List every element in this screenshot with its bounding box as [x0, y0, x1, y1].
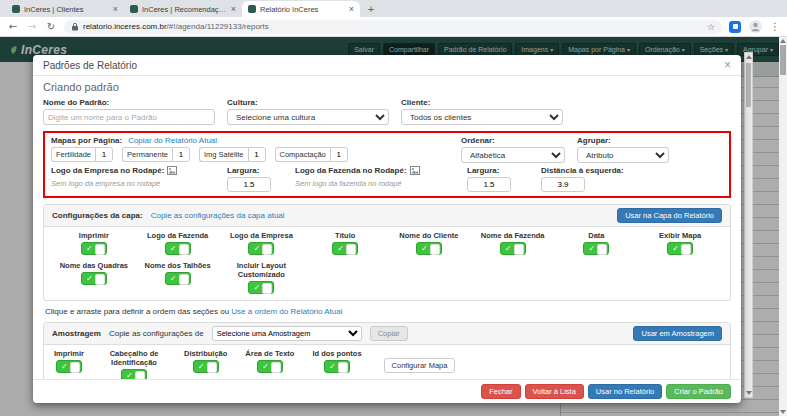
toggle-data[interactable] — [583, 242, 609, 255]
img-satelite-field: Img Satélite — [199, 147, 266, 162]
cultura-select[interactable]: Selecione uma cultura — [227, 109, 389, 125]
fechar-button[interactable]: Fechar — [481, 384, 520, 399]
toggle-label: Título — [335, 231, 355, 240]
toggle-label: Distribuição — [184, 349, 227, 358]
tab-inceres-clientes[interactable]: InCeres | Clientes — [6, 1, 124, 17]
fertilidade-input[interactable] — [95, 147, 113, 162]
toggle-incluir-layout-customizado[interactable] — [248, 281, 274, 294]
toggle-imprimir[interactable] — [81, 242, 107, 255]
scroll-down-icon[interactable] — [780, 410, 786, 414]
nome-padrao-input[interactable] — [43, 109, 215, 125]
agrupar-select[interactable]: Atributo — [577, 147, 669, 163]
copiar-button[interactable]: Copiar — [370, 326, 408, 341]
permanente-field: Permanente — [122, 147, 190, 162]
address-bar[interactable]: relatorio.inceres.com.br/#!/agenda/11229… — [64, 20, 722, 34]
extension-icon[interactable] — [729, 21, 741, 33]
toggle-label: Logo da Fazenda — [147, 231, 208, 240]
toggle-label: Data — [588, 231, 604, 240]
modal-footer: Fechar Voltar à Lista Usar no Relatório … — [33, 379, 741, 403]
toggle-id-dos-pontos[interactable] — [324, 360, 350, 373]
image-icon[interactable] — [410, 166, 420, 175]
distancia-esquerda-label: Distância à esquerda: — [541, 166, 631, 175]
scroll-up-icon[interactable] — [746, 55, 752, 59]
tab-relatorio-inceres[interactable]: Relatório InCeres — [242, 1, 360, 17]
usar-ordem-relatorio-link[interactable]: Use a ordem do Relatório Atual — [231, 307, 342, 316]
usar-capa-relatorio-button[interactable]: Usar na Capa do Relatório — [617, 208, 722, 223]
toggle-label: Imprimir — [79, 231, 109, 240]
scroll-down-icon[interactable] — [746, 391, 752, 395]
new-tab-button[interactable] — [364, 2, 378, 16]
padroes-relatorio-modal: Padrões de Relatório Criando padrão Nome… — [33, 55, 741, 403]
largura-fazenda-input[interactable] — [467, 177, 511, 192]
toggle-nome-do-cliente[interactable] — [416, 242, 442, 255]
scrollbar-track[interactable] — [779, 45, 787, 408]
scroll-up-icon[interactable] — [780, 39, 786, 43]
amostragem-panel: Amostragem Copie as configurações de Sel… — [43, 322, 731, 379]
amostragem-select[interactable]: Selecione uma Amostragem — [212, 326, 362, 341]
toggle-logo-da-fazenda[interactable] — [165, 242, 191, 255]
ordenar-select[interactable]: Alfabética — [461, 147, 565, 163]
forward-icon[interactable] — [26, 21, 38, 33]
pattern-form: Nome do Padrão: Cultura: Selecione uma c… — [43, 98, 731, 125]
ordenar-label: Ordenar: — [461, 136, 565, 145]
lock-icon[interactable] — [71, 22, 79, 31]
toggle-label: Id dos pontos — [312, 349, 361, 358]
cultura-label: Cultura: — [227, 98, 389, 107]
largura-empresa-input[interactable] — [227, 177, 271, 192]
toggle-cabecalho-identificacao[interactable] — [121, 369, 147, 379]
criar-o-padrao-button[interactable]: Criar o Padrão — [666, 384, 731, 399]
bookmark-star-icon[interactable] — [707, 22, 715, 32]
compactacao-input[interactable] — [330, 147, 348, 162]
toggle-label: Imprimir — [54, 349, 84, 358]
nome-padrao-label: Nome do Padrão: — [43, 98, 215, 107]
compactacao-label: Compactação — [275, 147, 330, 162]
back-icon[interactable] — [7, 21, 19, 33]
toggle-distribuicao[interactable] — [193, 360, 219, 373]
sections-order-hint: Clique e arraste para definir a ordem da… — [45, 307, 729, 316]
profile-avatar-icon[interactable] — [749, 20, 762, 33]
toggle-label: Exibir Mapa — [659, 231, 701, 240]
close-icon[interactable] — [724, 59, 731, 71]
permanente-input[interactable] — [172, 147, 190, 162]
close-tab-icon[interactable] — [231, 5, 236, 14]
toggle-titulo[interactable] — [332, 242, 358, 255]
toolbar-actions — [729, 20, 780, 33]
configurar-mapa-button[interactable]: Configurar Mapa — [384, 358, 456, 373]
toggle-nome-da-fazenda[interactable] — [500, 242, 526, 255]
scrollbar-thumb[interactable] — [780, 45, 786, 75]
toggle-label: Cabeçalho de Identificação — [102, 349, 166, 367]
close-tab-icon[interactable] — [349, 5, 354, 14]
toggle-exibir-mapa[interactable] — [667, 242, 693, 255]
toggle-amostragem-imprimir[interactable] — [56, 360, 82, 373]
inner-scrollbar[interactable] — [744, 52, 753, 398]
browser-scrollbar[interactable] — [779, 37, 787, 416]
toggle-logo-da-empresa[interactable] — [248, 242, 274, 255]
scrollbar-track[interactable] — [745, 61, 752, 389]
refresh-icon[interactable] — [45, 21, 57, 33]
inceres-favicon — [130, 5, 138, 13]
cliente-select[interactable]: Todos os clientes — [401, 109, 563, 125]
usar-em-amostragem-button[interactable]: Usar em Amostragem — [633, 326, 722, 341]
img-satelite-input[interactable] — [248, 147, 266, 162]
logo-fazenda-placeholder: Sem logo da fazenda no rodapé — [295, 177, 453, 188]
fertilidade-label: Fertilidade — [51, 147, 95, 162]
toggle-label: Nome da Fazenda — [481, 231, 545, 240]
toggle-label: Nome do Cliente — [399, 231, 458, 240]
toggle-nome-dos-talhoes[interactable] — [165, 272, 191, 285]
tab-inceres-recomendacao[interactable]: InCeres | Recomendação — [124, 1, 242, 17]
scrollbar-thumb[interactable] — [746, 63, 751, 107]
copiar-capa-atual-link[interactable]: Copie as configurações da capa atual — [151, 211, 285, 220]
usar-no-relatorio-button[interactable]: Usar no Relatório — [588, 384, 662, 399]
logo-empresa-rodape-label: Logo da Empresa no Rodapé: — [51, 166, 219, 175]
url-text: relatorio.inceres.com.br/#!/agenda/11229… — [83, 22, 269, 31]
voltar-a-lista-button[interactable]: Voltar à Lista — [525, 384, 584, 399]
close-tab-icon[interactable] — [113, 5, 118, 14]
image-icon[interactable] — [167, 166, 177, 175]
browser-menu-icon[interactable] — [770, 21, 780, 32]
cliente-label: Cliente: — [401, 98, 563, 107]
copiar-relatorio-atual-link[interactable]: Copiar do Relatório Atual — [128, 136, 217, 145]
page: InCeres Salvar Compartilhar Padrão de Re… — [0, 37, 787, 416]
toggle-area-de-texto[interactable] — [257, 360, 283, 373]
toggle-nome-das-quadras[interactable] — [81, 272, 107, 285]
distancia-esquerda-input[interactable] — [541, 177, 585, 192]
